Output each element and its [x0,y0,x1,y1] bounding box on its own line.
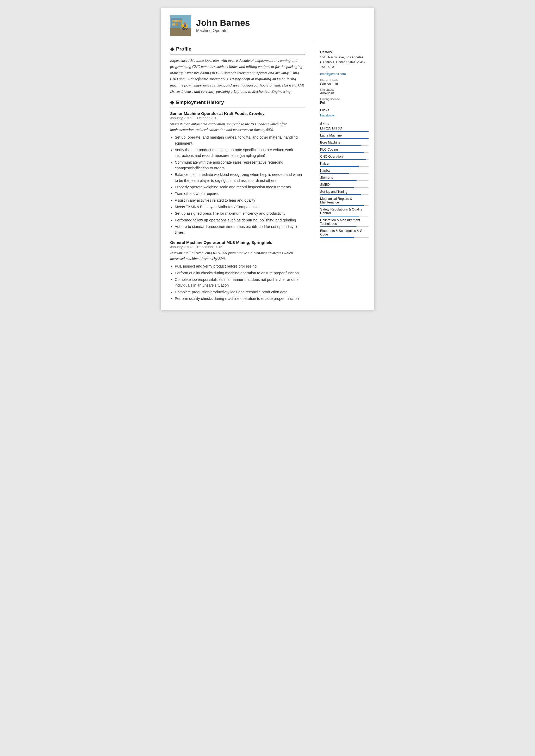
list-item: Meets TKMNA Employee Attributes / Compet… [175,204,305,210]
nationality-label: Nationality [320,88,369,91]
left-column: ◆ Profile Experienced Machine Operator w… [161,41,314,310]
nationality-value: American [320,92,369,95]
employment-icon: ◆ [170,99,174,105]
driving-license-value: Full [320,101,369,104]
skill-item: PLC Coding [320,148,369,153]
place-of-birth-value: San Antonio [320,82,369,86]
address: 1515 Pacific Ave, Los Angeles, CA 90291,… [320,55,369,70]
list-item: Complete production/productivity logs an… [175,289,305,295]
skill-bar-fill [320,145,361,146]
employment-section-title: ◆ Employment History [170,99,305,105]
profile-divider [170,54,305,54]
skill-item: Safety Regulations & Quality Control [320,208,369,216]
skill-name: Set Up and Tuning [320,190,369,194]
skills-container: Mill 2D, Mill 3D Lathe Machine Bore Mach… [320,126,369,238]
skill-name: Kanban [320,169,369,173]
skill-bar-background [320,152,369,153]
svg-rect-6 [179,20,181,22]
svg-point-14 [183,28,184,29]
avatar [170,15,191,36]
skill-bar-background [320,145,369,146]
svg-rect-11 [180,27,183,28]
skill-name: Mill 2D, Mill 3D [320,126,369,130]
svg-point-16 [186,28,187,29]
svg-rect-8 [175,23,178,26]
list-item: Balance the immediate workload recognizi… [175,172,305,183]
skill-bar-fill [320,159,366,160]
list-item: Set up assigned press line for maximum e… [175,210,305,216]
header-text: John Barnes Machine Operator [196,18,250,33]
skill-bar-fill [320,237,354,238]
list-item: Train others when required [175,191,305,196]
skills-section-title: Skills [320,122,369,126]
list-item: Assist in any activities related to lean… [175,197,305,203]
email-link[interactable]: email@email.com [320,72,346,76]
driving-license-label: Driving license [320,97,369,100]
list-item: Adhere to standard production timeframes… [175,224,305,236]
svg-point-17 [184,22,186,24]
skill-item: SMED [320,183,369,188]
list-item: Communicate with the appropriate sales r… [175,159,305,171]
list-item: Complete job responsibilities in a manne… [175,277,305,288]
skill-item: Blueprints & Schematics & G-Code [320,229,369,238]
skill-bar-background [320,194,369,195]
skill-bar-fill [320,173,349,174]
place-of-birth-label: Place of birth [320,78,369,82]
skill-bar-background [320,131,369,132]
links-section-title: Links [320,108,369,112]
resume-body: ◆ Profile Experienced Machine Operator w… [161,41,374,310]
skill-name: Blueprints & Schematics & G-Code [320,229,369,236]
job-2-title: General Machine Operator at MLS Mining, … [170,240,305,245]
skill-bar-background [320,205,369,206]
skill-bar-fill [320,194,361,195]
resume-header: John Barnes Machine Operator [161,8,374,41]
skill-item: Set Up and Tuning [320,190,369,195]
profile-icon: ◆ [170,46,174,52]
skill-name: CNC Operation [320,155,369,158]
job-1-bullets: Set up, operate, and maintain cranes, fo… [175,134,305,235]
skill-name: Siemens [320,176,369,180]
svg-rect-5 [175,20,178,22]
facebook-link[interactable]: Facebook [320,114,334,117]
skill-name: Safety Regulations & Quality Control [320,208,369,215]
skill-name: Calibration & Measurement Techniques [320,218,369,226]
skill-name: Bore Machine [320,141,369,144]
skill-name: PLC Coding [320,148,369,151]
skill-bar-fill [320,226,356,227]
skill-bar-background [320,216,369,216]
skill-item: Lathe Machine [320,134,369,139]
skill-bar-background [320,138,369,139]
list-item: Performed follow up operations such as d… [175,217,305,223]
svg-rect-4 [172,20,175,22]
resume-container: John Barnes Machine Operator ◆ Profile E… [161,8,374,310]
skill-item: Calibration & Measurement Techniques [320,218,369,227]
job-1-dates: January 2016 — October 2019 [170,116,305,120]
candidate-job-title: Machine Operator [196,28,250,33]
skill-bar-fill [320,166,359,167]
skill-bar-fill [320,131,369,132]
skill-bar-fill [320,180,356,181]
skill-item: Bore Machine [320,141,369,146]
skill-bar-fill [320,216,359,216]
list-item: Verify that the product meets set up not… [175,147,305,159]
skill-name: SMED [320,183,369,186]
job-2-dates: January 2014 — December 2015 [170,245,305,249]
skill-bar-background [320,187,369,188]
list-item: Properly operate weighing scale and reco… [175,184,305,190]
skill-item: Mechanical Repairs & Maintenance [320,197,369,206]
skill-bar-background [320,166,369,167]
list-item: Perform quality checks during machine op… [175,296,305,301]
skill-bar-fill [320,138,369,139]
skill-item: Kaizen [320,162,369,167]
profile-section-title: ◆ Profile [170,46,305,52]
skill-bar-fill [320,205,364,206]
profile-text: Experienced Machine Operator with over a… [170,58,305,95]
skill-item: Siemens [320,176,369,181]
list-item: Pull, inspect and verify product before … [175,264,305,269]
skill-name: Kaizen [320,162,369,165]
svg-rect-10 [181,20,182,28]
skill-bar-background [320,173,369,174]
list-item: Set up, operate, and maintain cranes, fo… [175,134,305,146]
job-2-summary: Instrumental in introducing KANBAN preve… [170,250,305,262]
list-item: Perform quality checks during machine op… [175,270,305,276]
